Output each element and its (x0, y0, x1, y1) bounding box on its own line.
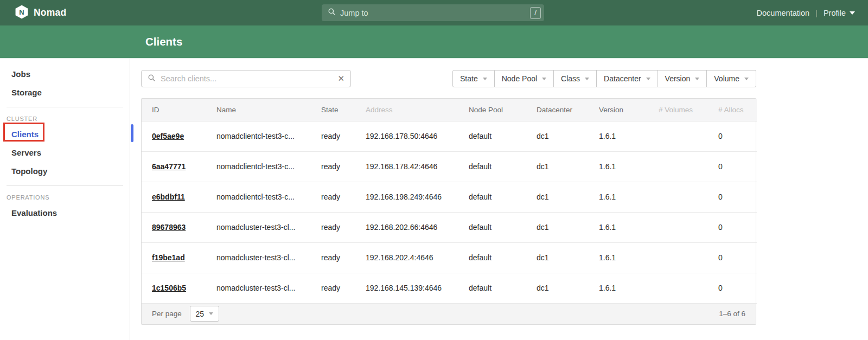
slash-shortcut-badge: / (530, 7, 541, 19)
cell-allocs: 0 (708, 121, 757, 151)
filter-datacenter[interactable]: Datacenter (597, 70, 658, 87)
cell-node_pool: default (458, 121, 526, 151)
cell-version: 1.6.1 (589, 151, 648, 182)
cell-state: ready (311, 121, 355, 151)
client-row[interactable]: 1c1506b5nomadcluster-test3-cl...ready192… (142, 273, 757, 303)
cell-volumes (648, 121, 708, 151)
filter-state[interactable]: State (452, 70, 495, 87)
cell-allocs: 0 (708, 212, 757, 242)
column-header-address: Address (355, 99, 458, 121)
caret-down-icon (483, 78, 487, 80)
brand-name: Nomad (34, 7, 66, 18)
column-header-allocs: # Allocs (708, 99, 757, 121)
column-header-id[interactable]: ID (142, 99, 206, 121)
sidebar-divider (7, 107, 123, 107)
cell-state: ready (311, 151, 355, 182)
cell-allocs: 0 (708, 242, 757, 273)
clients-table-card: IDNameStateAddressNode PoolDatacenterVer… (141, 98, 756, 325)
cell-node_pool: default (458, 151, 526, 182)
nav-divider: | (815, 9, 818, 17)
per-page-label: Per page (152, 310, 182, 318)
cell-name: nomadcluster-test3-cl... (206, 242, 311, 273)
cell-volumes (648, 212, 708, 242)
documentation-link[interactable]: Documentation (757, 9, 810, 17)
client-id-link[interactable]: 1c1506b5 (152, 284, 186, 292)
client-row[interactable]: e6bdbf11nomadclientcl-test3-c...ready192… (142, 182, 757, 212)
client-row[interactable]: f19be1adnomadcluster-test3-cl...ready192… (142, 242, 757, 273)
filter-version[interactable]: Version (658, 70, 707, 87)
column-header-volumes: # Volumes (648, 99, 708, 121)
clients-search-box[interactable]: ✕ (141, 70, 351, 87)
main-content: ✕ State Node Pool Class Datacenter (130, 59, 868, 340)
cell-datacenter: dc1 (526, 242, 589, 273)
cell-address: 192.168.202.4:4646 (355, 242, 458, 273)
cell-datacenter: dc1 (526, 273, 589, 303)
sidebar-item-clients[interactable]: Clients (0, 125, 130, 144)
cell-state: ready (311, 273, 355, 303)
client-row[interactable]: 6aa47771nomadclientcl-test3-c...ready192… (142, 151, 757, 182)
nav-scrollbar-thumb[interactable] (131, 124, 133, 142)
filter-node-pool[interactable]: Node Pool (495, 70, 554, 87)
column-header-datacenter[interactable]: Datacenter (526, 99, 589, 121)
caret-down-icon (209, 312, 213, 315)
cell-volumes (648, 273, 708, 303)
per-page-select[interactable]: 25 (190, 306, 219, 322)
cell-version: 1.6.1 (589, 182, 648, 212)
cell-datacenter: dc1 (526, 151, 589, 182)
caret-down-icon (695, 78, 699, 80)
table-header-row: IDNameStateAddressNode PoolDatacenterVer… (142, 99, 757, 121)
cell-node_pool: default (458, 182, 526, 212)
filter-bar: State Node Pool Class Datacenter Version (452, 70, 756, 87)
clear-search-icon[interactable]: ✕ (337, 74, 344, 84)
nomad-logo-icon: N (15, 5, 29, 21)
client-id-link[interactable]: 0ef5ae9e (152, 132, 184, 140)
sidebar-divider (7, 185, 123, 186)
cell-allocs: 0 (708, 151, 757, 182)
jump-to-search[interactable]: / (322, 4, 544, 21)
sidebar-section-cluster: CLUSTER (0, 112, 130, 125)
column-header-node_pool[interactable]: Node Pool (458, 99, 526, 121)
caret-down-icon (585, 78, 589, 80)
cell-version: 1.6.1 (589, 212, 648, 242)
client-row[interactable]: 89678963nomadcluster-test3-cl...ready192… (142, 212, 757, 242)
cell-version: 1.6.1 (589, 242, 648, 273)
cell-name: nomadclientcl-test3-c... (206, 151, 311, 182)
cell-datacenter: dc1 (526, 121, 589, 151)
cell-name: nomadclientcl-test3-c... (206, 182, 311, 212)
filter-volume[interactable]: Volume (707, 70, 756, 87)
sidebar-item-storage[interactable]: Storage (0, 84, 130, 102)
caret-down-icon (646, 78, 650, 80)
nomad-brand[interactable]: N Nomad (15, 5, 66, 21)
sidebar-section-operations: OPERATIONS (0, 191, 130, 204)
client-row[interactable]: 0ef5ae9enomadclientcl-test3-c...ready192… (142, 121, 757, 151)
client-id-link[interactable]: e6bdbf11 (152, 193, 185, 201)
cell-id: 1c1506b5 (142, 273, 206, 303)
column-header-state[interactable]: State (311, 99, 355, 121)
cell-node_pool: default (458, 242, 526, 273)
jump-to-input[interactable] (340, 9, 530, 17)
sidebar-item-topology[interactable]: Topology (0, 162, 130, 181)
sidebar-item-jobs[interactable]: Jobs (0, 65, 130, 84)
column-header-name[interactable]: Name (206, 99, 311, 121)
cell-id: 6aa47771 (142, 151, 206, 182)
search-icon (148, 74, 156, 84)
sidebar-item-evaluations[interactable]: Evaluations (0, 204, 130, 222)
clients-table: IDNameStateAddressNode PoolDatacenterVer… (142, 99, 757, 304)
cell-node_pool: default (458, 273, 526, 303)
sidebar: Jobs Storage CLUSTER Clients Servers Top… (0, 59, 130, 340)
profile-menu[interactable]: Profile (824, 9, 855, 17)
cell-address: 192.168.198.249:4646 (355, 182, 458, 212)
sidebar-item-servers[interactable]: Servers (0, 144, 130, 162)
cell-volumes (648, 242, 708, 273)
client-id-link[interactable]: 6aa47771 (152, 162, 186, 171)
cell-address: 192.168.178.42:4646 (355, 151, 458, 182)
page-header-band: Clients (0, 25, 868, 59)
top-navbar: N Nomad / Documentation | Profile (0, 0, 868, 25)
filter-class[interactable]: Class (554, 70, 597, 87)
client-id-link[interactable]: f19be1ad (152, 253, 185, 262)
client-id-link[interactable]: 89678963 (152, 223, 186, 232)
cell-state: ready (311, 242, 355, 273)
clients-search-input[interactable] (161, 74, 337, 83)
svg-text:N: N (19, 8, 24, 16)
column-header-version[interactable]: Version (589, 99, 648, 121)
